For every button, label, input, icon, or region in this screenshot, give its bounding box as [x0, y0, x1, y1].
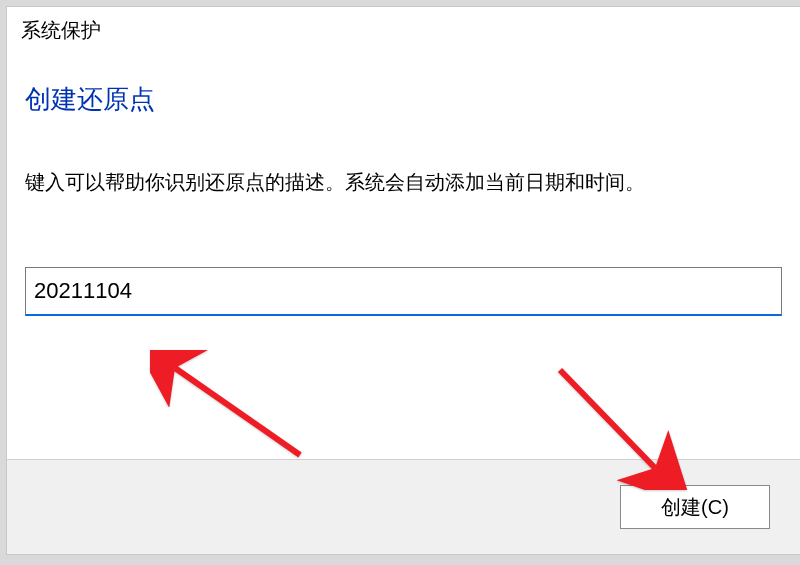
system-protection-dialog: 系统保护 创建还原点 键入可以帮助你识别还原点的描述。系统会自动添加当前日期和时…: [6, 6, 800, 555]
dialog-content: 创建还原点 键入可以帮助你识别还原点的描述。系统会自动添加当前日期和时间。: [7, 52, 800, 316]
dialog-heading: 创建还原点: [25, 82, 782, 117]
restore-point-description-input[interactable]: [25, 267, 782, 316]
dialog-description: 键入可以帮助你识别还原点的描述。系统会自动添加当前日期和时间。: [25, 167, 782, 197]
dialog-title: 系统保护: [7, 7, 800, 52]
create-button[interactable]: 创建(C): [620, 485, 770, 529]
dialog-footer: 创建(C): [7, 459, 800, 554]
